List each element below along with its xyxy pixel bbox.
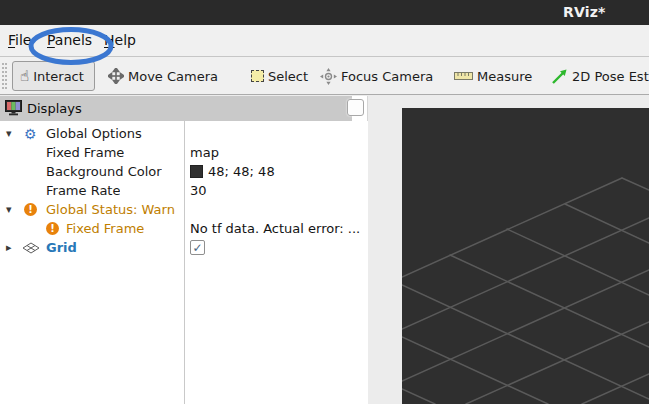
menu-panels[interactable]: Panels — [47, 32, 92, 48]
focus-camera-label: Focus Camera — [341, 69, 433, 84]
grid-icon — [22, 238, 40, 257]
window-title: RViz* — [563, 4, 606, 20]
move-arrows-icon — [108, 68, 124, 84]
green-arrow-icon — [551, 68, 568, 85]
property-name: Global Options — [46, 124, 142, 143]
property-value[interactable]: 30 — [190, 181, 207, 200]
ground-grid — [402, 108, 649, 404]
warning-icon: ! — [46, 219, 59, 238]
focus-camera-tool-button[interactable]: Focus Camera — [320, 62, 433, 90]
hand-pointer-icon: ☝ — [20, 69, 29, 84]
expand-arrow-icon[interactable]: ▾ — [6, 124, 12, 143]
move-camera-tool-button[interactable]: Move Camera — [108, 62, 218, 90]
menu-file-rest: ile — [15, 32, 31, 48]
pose-estimate-label: 2D Pose Esti — [572, 69, 649, 84]
focus-crosshair-icon — [320, 68, 337, 85]
displays-monitor-icon — [5, 100, 22, 116]
toolbar-drag-handle[interactable] — [2, 63, 7, 89]
tree-row-global-status[interactable]: ▾ ! Global Status: Warn — [0, 200, 368, 219]
interact-label: Interact — [33, 69, 84, 84]
toolbar: ☝ Interact Move Camera Select Focus Came… — [0, 57, 649, 95]
status-name: Fixed Frame — [66, 219, 144, 238]
status-name: Global Status: Warn — [46, 200, 175, 219]
property-name: Fixed Frame — [46, 143, 124, 162]
displays-panel-title: Displays — [27, 101, 82, 116]
expand-arrow-icon[interactable]: ▾ — [6, 200, 12, 219]
menu-panels-rest: anels — [55, 32, 92, 48]
ruler-icon — [454, 71, 473, 81]
gear-icon: ⚙ — [24, 124, 37, 143]
menu-help-mnemonic: H — [104, 32, 115, 48]
render-viewport[interactable] — [402, 108, 649, 404]
pose-estimate-tool-button[interactable]: 2D Pose Esti — [551, 62, 649, 90]
status-message: No tf data. Actual error: ... — [190, 219, 360, 238]
tree-row-fixed-frame-status[interactable]: ! Fixed Frame No tf data. Actual error: … — [0, 219, 368, 238]
select-tool-button[interactable]: Select — [251, 62, 308, 90]
tree-row-fixed-frame[interactable]: Fixed Frame map — [0, 143, 368, 162]
tree-row-global-options[interactable]: ▾ ⚙ Global Options — [0, 124, 368, 143]
property-value[interactable]: 48; 48; 48 — [190, 162, 275, 181]
menu-help-rest: elp — [115, 32, 136, 48]
dock-area: Displays ▾ ⚙ Global Options Fixed Frame … — [0, 95, 649, 404]
menu-panels-mnemonic: P — [47, 32, 55, 48]
selection-box-icon — [251, 70, 264, 82]
measure-label: Measure — [477, 69, 532, 84]
menubar: File Panels Help — [0, 25, 649, 57]
display-name: Grid — [46, 238, 77, 257]
collapse-arrow-icon[interactable]: ▸ — [6, 238, 12, 257]
window-titlebar[interactable]: RViz* — [0, 0, 649, 25]
tree-row-grid[interactable]: ▸ Grid ✓ — [0, 238, 368, 257]
select-label: Select — [268, 69, 308, 84]
property-name: Frame Rate — [46, 181, 120, 200]
displays-tree: ▾ ⚙ Global Options Fixed Frame map Backg… — [0, 121, 368, 404]
measure-tool-button[interactable]: Measure — [454, 62, 532, 90]
property-value[interactable]: map — [190, 143, 219, 162]
interact-tool-button[interactable]: ☝ Interact — [12, 61, 95, 91]
tree-row-frame-rate[interactable]: Frame Rate 30 — [0, 181, 368, 200]
menu-file[interactable]: File — [8, 32, 31, 48]
menu-help[interactable]: Help — [104, 32, 136, 48]
color-swatch — [190, 165, 203, 178]
property-name: Background Color — [46, 162, 162, 181]
menu-file-mnemonic: F — [8, 32, 15, 48]
warning-icon: ! — [24, 200, 37, 219]
displays-panel-header[interactable]: Displays — [0, 96, 352, 121]
tree-row-background-color[interactable]: Background Color 48; 48; 48 — [0, 162, 368, 181]
move-camera-label: Move Camera — [128, 69, 218, 84]
displays-panel: Displays ▾ ⚙ Global Options Fixed Frame … — [0, 96, 368, 404]
checkbox-check-icon: ✓ — [190, 240, 205, 255]
grid-enabled-checkbox[interactable]: ✓ — [190, 238, 205, 257]
panel-float-button[interactable] — [347, 99, 364, 116]
